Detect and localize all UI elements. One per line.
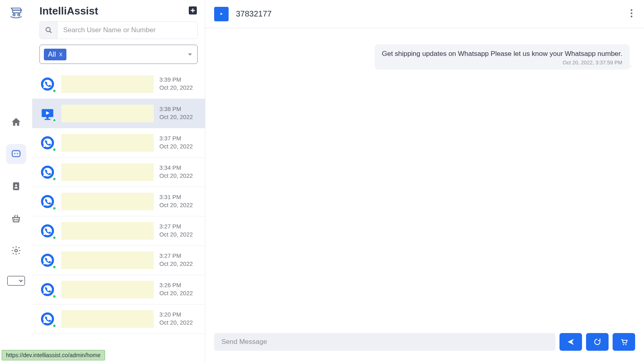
svg-rect-7 — [12, 150, 20, 156]
svg-point-12 — [15, 249, 18, 252]
chevron-down-icon — [19, 278, 23, 283]
conversation-name-redacted — [61, 251, 154, 269]
nav-settings[interactable] — [6, 241, 26, 261]
new-conversation-button[interactable] — [188, 6, 198, 17]
filter-chip-all: All x — [44, 49, 66, 60]
conversation-item[interactable]: 3:20 PMOct 20, 2022 — [32, 304, 205, 334]
conversation-list-column: IntelliAssist All x 3:39 PMOct 20, 20223… — [32, 0, 205, 362]
nav-chat[interactable] — [6, 144, 26, 164]
conversation-avatar — [39, 311, 56, 327]
conversation-meta: 3:27 PMOct 20, 2022 — [159, 252, 198, 268]
search-icon — [45, 27, 52, 34]
conversation-meta: 3:37 PMOct 20, 2022 — [159, 135, 198, 150]
conversation-avatar — [39, 105, 56, 121]
search-input[interactable] — [58, 22, 197, 39]
svg-point-9 — [17, 153, 18, 154]
conversation-date: Oct 20, 2022 — [159, 319, 198, 327]
svg-point-11 — [15, 184, 17, 186]
search-row — [39, 21, 198, 39]
conversation-name-redacted — [61, 281, 154, 298]
conversation-name-redacted — [61, 134, 154, 152]
conversation-scroll[interactable]: 3:39 PMOct 20, 20223:38 PMOct 20, 20223:… — [32, 70, 205, 362]
conversation-name-redacted — [61, 310, 154, 328]
conversation-date: Oct 20, 2022 — [159, 143, 198, 151]
conversation-meta: 3:31 PMOct 20, 2022 — [159, 193, 198, 209]
conversation-date: Oct 20, 2022 — [159, 202, 198, 210]
conversation-avatar — [39, 282, 56, 298]
conversation-name-redacted — [61, 193, 154, 210]
svg-point-8 — [14, 153, 15, 154]
conversation-time: 3:31 PM — [159, 193, 198, 202]
conversation-item[interactable]: 3:26 PMOct 20, 2022 — [32, 275, 205, 304]
search-icon-box — [40, 22, 58, 39]
conversation-time: 3:34 PM — [159, 164, 198, 172]
cart-button[interactable] — [613, 333, 635, 351]
message-outgoing: Get shipping updates on Whatsapp Please … — [375, 44, 630, 70]
home-icon — [11, 117, 21, 127]
chat-header-avatar — [214, 7, 229, 21]
app-logo — [9, 6, 23, 20]
conversation-name-redacted — [61, 75, 154, 93]
conversation-name-redacted — [61, 163, 154, 181]
conversation-meta: 3:34 PMOct 20, 2022 — [159, 164, 198, 180]
conversation-time: 3:27 PM — [159, 252, 198, 260]
conversation-avatar — [39, 76, 56, 92]
chat-icon — [11, 149, 21, 159]
message-input[interactable] — [214, 333, 555, 351]
conversation-item[interactable]: 3:39 PMOct 20, 2022 — [32, 70, 205, 99]
chat-menu-button[interactable] — [628, 6, 635, 22]
conversation-avatar — [39, 135, 56, 151]
conversation-date: Oct 20, 2022 — [159, 172, 198, 180]
message-timestamp: Oct 20, 2022, 3:37:59 PM — [382, 60, 622, 66]
svg-point-19 — [625, 344, 627, 345]
svg-point-16 — [631, 12, 632, 14]
conversation-date: Oct 20, 2022 — [159, 290, 198, 298]
conversation-item[interactable]: 3:31 PMOct 20, 2022 — [32, 187, 205, 216]
more-vertical-icon — [630, 9, 633, 18]
conversation-item[interactable]: 3:38 PMOct 20, 2022 — [32, 99, 205, 128]
conversation-item[interactable]: 3:27 PMOct 20, 2022 — [32, 216, 205, 246]
refresh-button[interactable] — [586, 333, 609, 351]
conversation-name-redacted — [61, 105, 154, 122]
conversation-date: Oct 20, 2022 — [159, 113, 198, 121]
nav-basket[interactable] — [6, 208, 26, 228]
svg-point-5 — [13, 14, 15, 16]
basket-icon — [11, 213, 21, 224]
filter-chip-remove[interactable]: x — [59, 51, 62, 58]
conversation-name-redacted — [61, 222, 154, 240]
conversation-item[interactable]: 3:37 PMOct 20, 2022 — [32, 128, 205, 158]
nav-rail — [0, 0, 32, 362]
send-icon — [567, 338, 575, 346]
nav-home[interactable] — [6, 112, 26, 132]
conversation-date: Oct 20, 2022 — [159, 260, 198, 268]
conversation-time: 3:26 PM — [159, 282, 198, 290]
cart-icon — [620, 338, 628, 346]
conversation-avatar — [39, 223, 56, 239]
plus-square-icon — [188, 6, 198, 15]
conversation-date: Oct 20, 2022 — [159, 84, 198, 92]
conversation-time: 3:27 PM — [159, 223, 198, 231]
conversation-item[interactable]: 3:34 PMOct 20, 2022 — [32, 158, 205, 187]
status-dot — [52, 118, 56, 122]
filter-select[interactable]: All x — [39, 45, 198, 64]
status-dot — [52, 265, 56, 269]
status-dot — [52, 236, 56, 240]
chat-column: 37832177 Get shipping updates on Whatsap… — [205, 0, 644, 362]
conversation-item[interactable]: 3:27 PMOct 20, 2022 — [32, 246, 205, 275]
svg-point-15 — [631, 9, 632, 10]
video-play-icon — [217, 10, 226, 19]
conversation-time: 3:20 PM — [159, 311, 198, 319]
svg-point-6 — [18, 14, 20, 16]
rail-select[interactable] — [7, 276, 25, 286]
chat-input-row — [205, 326, 644, 362]
status-dot — [52, 89, 56, 93]
nav-contacts[interactable] — [6, 176, 26, 196]
svg-point-14 — [46, 27, 50, 32]
chevron-down-icon — [187, 51, 193, 58]
send-button[interactable] — [559, 333, 582, 351]
status-dot — [52, 148, 56, 152]
conversation-time: 3:39 PM — [159, 76, 198, 84]
status-dot — [52, 324, 56, 328]
chat-body: Get shipping updates on Whatsapp Please … — [205, 28, 644, 326]
conversation-meta: 3:27 PMOct 20, 2022 — [159, 223, 198, 239]
